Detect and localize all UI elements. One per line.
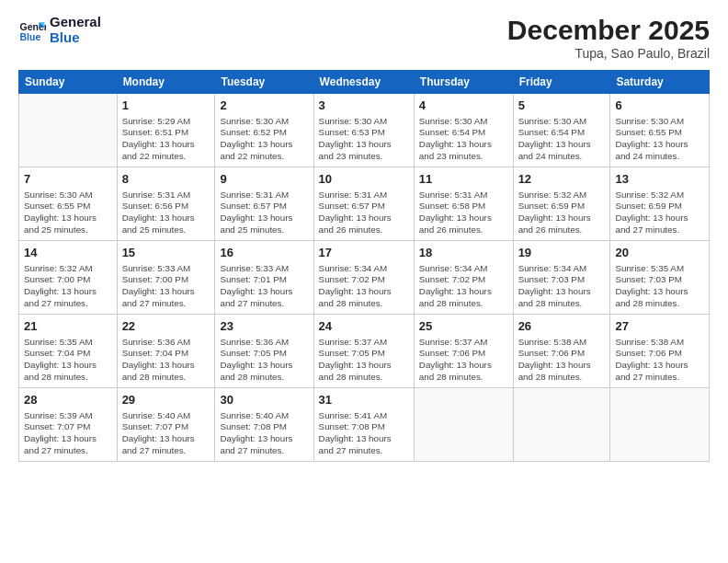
- day-info: Sunrise: 5:30 AM Sunset: 6:54 PM Dayligh…: [518, 116, 606, 163]
- day-number: 17: [319, 245, 409, 261]
- table-row: 20Sunrise: 5:35 AM Sunset: 7:03 PM Dayli…: [610, 241, 710, 315]
- table-row: [414, 388, 513, 462]
- day-number: 16: [220, 245, 308, 261]
- day-number: 11: [419, 171, 508, 188]
- day-info: Sunrise: 5:34 AM Sunset: 7:02 PM Dayligh…: [319, 263, 409, 310]
- day-info: Sunrise: 5:32 AM Sunset: 6:59 PM Dayligh…: [615, 190, 704, 236]
- day-number: 22: [122, 318, 210, 335]
- header: General Blue General Blue December 2025 …: [18, 15, 710, 61]
- day-info: Sunrise: 5:33 AM Sunset: 7:00 PM Dayligh…: [122, 263, 210, 310]
- table-row: 1Sunrise: 5:29 AM Sunset: 6:51 PM Daylig…: [117, 94, 215, 167]
- day-info: Sunrise: 5:35 AM Sunset: 7:03 PM Dayligh…: [615, 263, 704, 310]
- table-row: 2Sunrise: 5:30 AM Sunset: 6:52 PM Daylig…: [215, 94, 313, 167]
- col-monday: Monday: [117, 71, 215, 94]
- day-info: Sunrise: 5:31 AM Sunset: 6:57 PM Dayligh…: [220, 190, 308, 236]
- table-row: 27Sunrise: 5:38 AM Sunset: 7:06 PM Dayli…: [610, 315, 710, 388]
- svg-text:Blue: Blue: [20, 30, 41, 41]
- day-number: 9: [220, 171, 308, 188]
- table-row: 31Sunrise: 5:41 AM Sunset: 7:08 PM Dayli…: [313, 388, 414, 462]
- table-row: 29Sunrise: 5:40 AM Sunset: 7:07 PM Dayli…: [117, 388, 215, 462]
- day-info: Sunrise: 5:30 AM Sunset: 6:53 PM Dayligh…: [319, 116, 409, 163]
- day-info: Sunrise: 5:36 AM Sunset: 7:04 PM Dayligh…: [122, 337, 210, 384]
- day-number: 18: [419, 245, 508, 261]
- day-number: 1: [122, 98, 210, 114]
- table-row: 3Sunrise: 5:30 AM Sunset: 6:53 PM Daylig…: [313, 94, 414, 167]
- day-info: Sunrise: 5:32 AM Sunset: 6:59 PM Dayligh…: [518, 190, 606, 236]
- day-info: Sunrise: 5:34 AM Sunset: 7:03 PM Dayligh…: [518, 263, 606, 310]
- calendar-week-row: 7Sunrise: 5:30 AM Sunset: 6:55 PM Daylig…: [19, 167, 710, 241]
- table-row: 5Sunrise: 5:30 AM Sunset: 6:54 PM Daylig…: [513, 94, 610, 167]
- table-row: 23Sunrise: 5:36 AM Sunset: 7:05 PM Dayli…: [215, 315, 313, 388]
- table-row: 16Sunrise: 5:33 AM Sunset: 7:01 PM Dayli…: [215, 241, 313, 315]
- col-friday: Friday: [513, 71, 610, 94]
- page: General Blue General Blue December 2025 …: [0, 0, 728, 563]
- day-info: Sunrise: 5:38 AM Sunset: 7:06 PM Dayligh…: [518, 337, 606, 384]
- calendar-week-row: 14Sunrise: 5:32 AM Sunset: 7:00 PM Dayli…: [19, 241, 710, 315]
- day-number: 6: [615, 98, 704, 114]
- calendar-week-row: 21Sunrise: 5:35 AM Sunset: 7:04 PM Dayli…: [19, 315, 710, 388]
- calendar-week-row: 28Sunrise: 5:39 AM Sunset: 7:07 PM Dayli…: [19, 388, 710, 462]
- table-row: 12Sunrise: 5:32 AM Sunset: 6:59 PM Dayli…: [513, 167, 610, 241]
- day-info: Sunrise: 5:34 AM Sunset: 7:02 PM Dayligh…: [419, 263, 508, 310]
- day-number: 14: [24, 245, 112, 261]
- table-row: 22Sunrise: 5:36 AM Sunset: 7:04 PM Dayli…: [117, 315, 215, 388]
- table-row: 18Sunrise: 5:34 AM Sunset: 7:02 PM Dayli…: [414, 241, 513, 315]
- day-info: Sunrise: 5:35 AM Sunset: 7:04 PM Dayligh…: [24, 337, 112, 384]
- table-row: 19Sunrise: 5:34 AM Sunset: 7:03 PM Dayli…: [513, 241, 610, 315]
- col-thursday: Thursday: [414, 71, 513, 94]
- logo: General Blue General Blue: [18, 15, 101, 45]
- day-number: 26: [518, 318, 606, 335]
- day-number: 3: [319, 98, 409, 114]
- day-info: Sunrise: 5:31 AM Sunset: 6:58 PM Dayligh…: [419, 190, 508, 236]
- table-row: 6Sunrise: 5:30 AM Sunset: 6:55 PM Daylig…: [610, 94, 710, 167]
- day-number: 25: [419, 318, 508, 335]
- day-number: 23: [220, 318, 308, 335]
- logo-text-blue: Blue: [50, 30, 101, 46]
- day-number: 7: [24, 171, 112, 188]
- day-number: 10: [319, 171, 409, 188]
- table-row: 25Sunrise: 5:37 AM Sunset: 7:06 PM Dayli…: [414, 315, 513, 388]
- calendar-week-row: 1Sunrise: 5:29 AM Sunset: 6:51 PM Daylig…: [19, 94, 710, 167]
- day-info: Sunrise: 5:38 AM Sunset: 7:06 PM Dayligh…: [615, 337, 704, 384]
- col-saturday: Saturday: [610, 71, 710, 94]
- day-info: Sunrise: 5:33 AM Sunset: 7:01 PM Dayligh…: [220, 263, 308, 310]
- table-row: 30Sunrise: 5:40 AM Sunset: 7:08 PM Dayli…: [215, 388, 313, 462]
- col-wednesday: Wednesday: [313, 71, 414, 94]
- title-block: December 2025 Tupa, Sao Paulo, Brazil: [507, 15, 710, 61]
- location: Tupa, Sao Paulo, Brazil: [507, 46, 710, 61]
- col-tuesday: Tuesday: [215, 71, 313, 94]
- day-info: Sunrise: 5:30 AM Sunset: 6:55 PM Dayligh…: [615, 116, 704, 163]
- table-row: 9Sunrise: 5:31 AM Sunset: 6:57 PM Daylig…: [215, 167, 313, 241]
- table-row: [610, 388, 710, 462]
- day-info: Sunrise: 5:31 AM Sunset: 6:56 PM Dayligh…: [122, 190, 210, 236]
- table-row: 24Sunrise: 5:37 AM Sunset: 7:05 PM Dayli…: [313, 315, 414, 388]
- day-info: Sunrise: 5:32 AM Sunset: 7:00 PM Dayligh…: [24, 263, 112, 310]
- day-number: 21: [24, 318, 112, 335]
- day-number: 19: [518, 245, 606, 261]
- day-number: 31: [319, 392, 409, 408]
- day-number: 5: [518, 98, 606, 114]
- day-number: 29: [122, 392, 210, 408]
- day-info: Sunrise: 5:41 AM Sunset: 7:08 PM Dayligh…: [319, 410, 409, 457]
- day-info: Sunrise: 5:37 AM Sunset: 7:05 PM Dayligh…: [319, 337, 409, 384]
- day-number: 27: [615, 318, 704, 335]
- table-row: 8Sunrise: 5:31 AM Sunset: 6:56 PM Daylig…: [117, 167, 215, 241]
- day-info: Sunrise: 5:40 AM Sunset: 7:08 PM Dayligh…: [220, 410, 308, 457]
- table-row: 26Sunrise: 5:38 AM Sunset: 7:06 PM Dayli…: [513, 315, 610, 388]
- day-number: 4: [419, 98, 508, 114]
- logo-text-general: General: [50, 15, 101, 30]
- day-info: Sunrise: 5:31 AM Sunset: 6:57 PM Dayligh…: [319, 190, 409, 236]
- day-number: 30: [220, 392, 308, 408]
- day-number: 2: [220, 98, 308, 114]
- day-info: Sunrise: 5:40 AM Sunset: 7:07 PM Dayligh…: [122, 410, 210, 457]
- table-row: 4Sunrise: 5:30 AM Sunset: 6:54 PM Daylig…: [414, 94, 513, 167]
- day-info: Sunrise: 5:36 AM Sunset: 7:05 PM Dayligh…: [220, 337, 308, 384]
- day-number: 24: [319, 318, 409, 335]
- day-info: Sunrise: 5:39 AM Sunset: 7:07 PM Dayligh…: [24, 410, 112, 457]
- day-info: Sunrise: 5:37 AM Sunset: 7:06 PM Dayligh…: [419, 337, 508, 384]
- table-row: 7Sunrise: 5:30 AM Sunset: 6:55 PM Daylig…: [19, 167, 118, 241]
- table-row: 10Sunrise: 5:31 AM Sunset: 6:57 PM Dayli…: [313, 167, 414, 241]
- table-row: [513, 388, 610, 462]
- day-number: 13: [615, 171, 704, 188]
- table-row: 13Sunrise: 5:32 AM Sunset: 6:59 PM Dayli…: [610, 167, 710, 241]
